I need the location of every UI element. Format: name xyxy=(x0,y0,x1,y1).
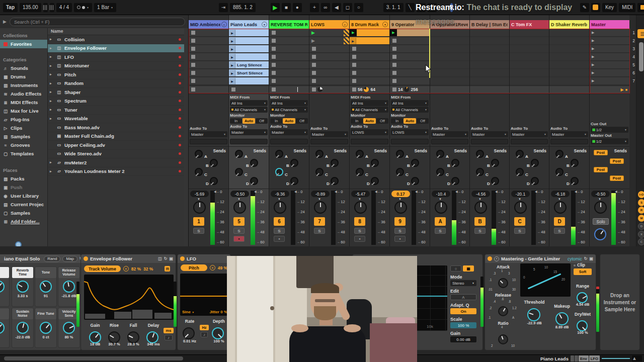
sidebar-place-item[interactable]: ◉User Library xyxy=(0,192,47,200)
clip-stop-icon[interactable] xyxy=(231,87,235,92)
volume-value[interactable]: -6.18 xyxy=(551,191,570,197)
save-preset-icon[interactable]: ▣ xyxy=(589,256,593,261)
favorite-dot-icon[interactable] xyxy=(179,144,181,146)
favorite-dot-icon[interactable] xyxy=(179,47,181,49)
clip-stop-row[interactable] xyxy=(430,85,469,93)
header-dropdown-icon[interactable]: ▼ xyxy=(382,22,388,27)
send-knob-b[interactable] xyxy=(331,159,339,167)
clip-slot[interactable] xyxy=(549,29,589,37)
expand-arrow-icon[interactable]: ▸ xyxy=(50,90,54,94)
clip-stop-row[interactable] xyxy=(189,85,228,93)
clip-playing-icon[interactable]: ▶ xyxy=(350,29,357,37)
send-knob-a[interactable] xyxy=(476,150,484,158)
clip-slot[interactable] xyxy=(510,45,549,53)
send-knob-d[interactable] xyxy=(371,177,379,185)
edit-ab-button[interactable]: A xyxy=(450,294,476,300)
favorite-dot-icon[interactable] xyxy=(179,73,181,76)
send-knob-a[interactable] xyxy=(555,150,564,158)
browser-item[interactable]: ▸ ◫ Shaper xyxy=(48,88,184,97)
clip-slot[interactable] xyxy=(350,69,389,77)
macro-control[interactable]: Reverb Time3.33 s xyxy=(12,266,34,307)
send-knob-c[interactable] xyxy=(396,168,404,176)
volume-knob[interactable] xyxy=(554,201,567,214)
scene-play-icon[interactable]: ▶ xyxy=(592,63,594,67)
clip-slot[interactable] xyxy=(189,53,228,61)
browser-item[interactable]: ▸ ▭ Bass Mono.adv xyxy=(48,123,184,132)
clip-slot[interactable] xyxy=(430,77,469,85)
clip-play-icon[interactable]: ▶ xyxy=(229,30,235,36)
follow-action-max[interactable]: 64 xyxy=(370,87,375,92)
clip-stop-icon[interactable] xyxy=(312,87,316,92)
cue-out-select[interactable]: ▮▮1/2▼ xyxy=(591,127,628,133)
mixer-section-toggle-r[interactable]: R xyxy=(638,207,644,214)
time-signature-field[interactable]: 4 / 4 xyxy=(56,3,72,12)
midi-channel-select[interactable]: All Channels▼ xyxy=(270,107,308,113)
clip-stop-icon[interactable] xyxy=(392,87,396,92)
quantization-menu[interactable]: 1 Bar▼ xyxy=(94,3,116,12)
sidebar-category-item[interactable]: ◫Max for Live xyxy=(0,107,47,115)
clip-slot[interactable] xyxy=(269,37,309,45)
favorite-dot-icon[interactable] xyxy=(179,56,181,58)
pan-control[interactable]: ▼ xyxy=(278,198,281,201)
clip-play-icon[interactable]: ▶ xyxy=(229,78,235,84)
expand-arrow-icon[interactable]: ▸ xyxy=(50,169,54,173)
volume-knob[interactable] xyxy=(394,201,407,214)
clip-slot[interactable] xyxy=(390,37,430,45)
back-to-arrangement-button[interactable]: ◀ xyxy=(332,3,341,12)
favorite-dot-icon[interactable] xyxy=(179,100,181,102)
macro-knob[interactable] xyxy=(17,322,29,334)
scene-play-icon[interactable]: ▶ xyxy=(592,39,594,43)
clip-slot[interactable]: ▶ xyxy=(590,61,629,69)
send-knob-a[interactable] xyxy=(195,150,203,158)
arm-button[interactable]: ● xyxy=(274,236,285,242)
expand-arrow-icon[interactable]: ▸ xyxy=(50,37,54,41)
midi-channel-select[interactable]: All Channels▼ xyxy=(391,107,429,113)
fold-icon[interactable]: ▼ xyxy=(494,256,499,261)
sidebar-item-favorites[interactable]: Favorites xyxy=(0,40,47,48)
clip-stop-row[interactable]: ▶■ xyxy=(590,85,629,93)
track-header[interactable]: D Shaker Reverb xyxy=(549,20,589,29)
track-header[interactable]: LOWS≡ xyxy=(309,20,349,29)
post-pre-toggle[interactable]: Post xyxy=(610,175,624,181)
clip-body[interactable] xyxy=(357,29,389,36)
track-header[interactable]: B Delay | Stun Ec xyxy=(470,20,509,29)
follow-actions-button[interactable] xyxy=(591,3,600,12)
clip-stop-row[interactable] xyxy=(549,85,589,93)
audio-to-select[interactable]: Master▼ xyxy=(431,131,468,137)
send-knob-d[interactable] xyxy=(531,177,539,185)
send-knob-b[interactable] xyxy=(371,159,379,167)
search-input[interactable]: Search (Ctrl + F) xyxy=(10,18,185,26)
attack-knob[interactable] xyxy=(498,278,508,288)
browser-item[interactable]: ▸ ▭ Pitch xyxy=(48,70,184,79)
follow-action-count[interactable]: 56 xyxy=(358,87,362,92)
capture-midi-button[interactable]: ∞ xyxy=(321,3,330,12)
audio-to-select[interactable]: Master▼ xyxy=(511,131,548,137)
expand-arrow-icon[interactable]: ▸ xyxy=(50,72,54,76)
volume-value[interactable]: -5.69 xyxy=(190,191,209,197)
scene-number[interactable]: 2 xyxy=(629,37,635,45)
midi-from-select[interactable]: All Ins▼ xyxy=(351,100,388,106)
macro-value[interactable]: -22.0 dB xyxy=(12,335,33,339)
chain-device-lfo[interactable]: LFO xyxy=(589,355,600,361)
track-delay-field[interactable] xyxy=(310,139,348,144)
send-knob-a[interactable] xyxy=(275,150,283,158)
midi-from-select[interactable]: All Ins▼ xyxy=(391,100,429,106)
clip-slot[interactable] xyxy=(350,45,389,53)
clip-slot[interactable] xyxy=(470,61,509,69)
track-delay-field[interactable] xyxy=(190,139,227,144)
arrangement-position-field[interactable]: 885. 1. 2 xyxy=(230,3,256,12)
mixer-section-toggle-s[interactable]: S xyxy=(638,199,644,206)
monitor-off-button[interactable]: Off xyxy=(296,118,308,124)
audio-to-select[interactable]: Master▼ xyxy=(471,131,508,137)
vertical-scrollbar[interactable] xyxy=(639,42,643,71)
clip-slot[interactable] xyxy=(430,29,469,37)
browser-item[interactable]: ▸ ▭ Collision xyxy=(48,35,184,44)
sidebar-category-item[interactable]: ▤Samples xyxy=(0,132,47,141)
loop-toggle[interactable]: ↻ xyxy=(417,3,426,12)
audio-to-select[interactable]: Master▼ xyxy=(230,129,268,135)
loop-start-field[interactable]: 3. 1. 1 xyxy=(383,3,404,12)
sidebar-category-item[interactable]: ▦Drums xyxy=(0,72,47,81)
save-preset-icon[interactable]: ▣ xyxy=(169,256,173,261)
stop-all-clips-icon[interactable]: ■ xyxy=(625,88,627,92)
sidebar-place-item[interactable]: ▤Current Projec xyxy=(0,200,47,209)
